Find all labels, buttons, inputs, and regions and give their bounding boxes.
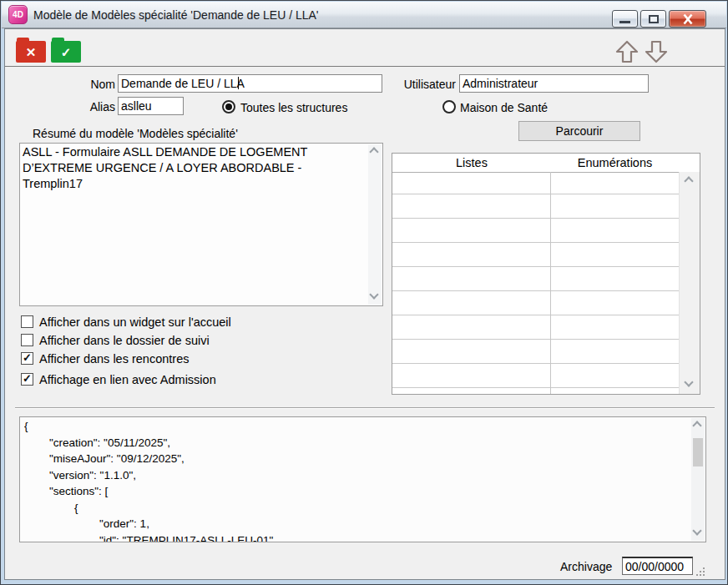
utilisateur-label: Utilisateur — [391, 78, 456, 91]
window-title: Modèle de Modèles spécialité 'Demande de… — [33, 8, 319, 22]
arrow-up-icon — [615, 39, 639, 64]
validate-button[interactable]: ✓ — [51, 38, 81, 63]
checkbox-widget-accueil[interactable] — [21, 315, 33, 328]
resume-textarea[interactable]: ASLL - Formulaire ASLL DEMANDE DE LOGEME… — [19, 143, 383, 306]
previous-button[interactable] — [615, 39, 639, 64]
table-row[interactable] — [392, 267, 679, 291]
table-body — [392, 172, 679, 394]
resize-grip-icon[interactable] — [696, 574, 698, 576]
scroll-down-icon[interactable] — [684, 377, 693, 386]
table-row[interactable] — [392, 219, 679, 243]
table-row[interactable] — [392, 315, 679, 340]
table-row[interactable] — [392, 340, 679, 364]
radio-toutes-les-structures-label: Toutes les structures — [240, 101, 347, 114]
table-row[interactable] — [392, 243, 679, 267]
listes-enumerations-table: Listes Enumérations — [392, 153, 700, 395]
cancel-glyph: ✕ — [26, 46, 37, 58]
next-button[interactable] — [645, 39, 668, 64]
resume-scrollbar[interactable] — [368, 144, 382, 305]
scroll-down-icon[interactable] — [692, 526, 701, 535]
arrow-down-icon — [645, 39, 668, 64]
toolbar-separator — [5, 66, 725, 67]
alias-label: Alias — [79, 100, 115, 113]
radio-maison-de-sante-label: Maison de Santé — [460, 101, 548, 114]
column-header-enumerations[interactable]: Enumérations — [551, 154, 679, 172]
close-button[interactable] — [669, 10, 706, 28]
checkbox-widget-accueil-label: Afficher dans un widget sur l'accueil — [39, 315, 231, 329]
table-row[interactable] — [392, 172, 679, 194]
resume-label: Résumé du modèle 'Modèles spécialité' — [33, 127, 238, 140]
table-row[interactable] — [392, 291, 679, 315]
scroll-down-icon[interactable] — [369, 290, 378, 299]
checkbox-admission[interactable] — [21, 373, 33, 386]
checkbox-rencontres[interactable] — [21, 352, 33, 365]
checkbox-dossier-suivi[interactable] — [21, 334, 33, 346]
table-header: Listes Enumérations — [392, 154, 679, 173]
resume-text: ASLL - Formulaire ASLL DEMANDE DE LOGEME… — [23, 144, 364, 192]
cancel-folder-body: ✕ — [16, 41, 46, 63]
dialog-window: 4D Modèle de Modèles spécialité 'Demande… — [0, 0, 728, 585]
minimize-icon — [619, 21, 630, 23]
nom-input[interactable] — [118, 74, 382, 93]
column-separator — [550, 172, 551, 394]
table-scrollbar[interactable] — [679, 172, 700, 394]
window-controls — [612, 10, 706, 28]
checkbox-rencontres-label: Afficher dans les rencontres — [39, 352, 189, 366]
text-caret — [238, 77, 239, 89]
json-scrollbar[interactable] — [691, 418, 705, 541]
nom-label: Nom — [79, 78, 115, 91]
table-row[interactable] — [392, 194, 679, 219]
scrollbar-thumb[interactable] — [693, 438, 703, 466]
alias-input[interactable] — [118, 97, 184, 115]
validate-glyph: ✓ — [61, 46, 72, 58]
maximize-icon — [649, 15, 659, 23]
utilisateur-input[interactable] — [459, 74, 649, 93]
archivage-label: Archivage — [560, 560, 612, 573]
scroll-up-icon[interactable] — [692, 421, 701, 430]
archivage-input[interactable] — [622, 557, 693, 575]
table-row[interactable] — [392, 364, 679, 388]
column-header-listes[interactable]: Listes — [392, 154, 551, 172]
minimize-button[interactable] — [612, 10, 638, 28]
app-4d-icon: 4D — [8, 5, 28, 24]
validate-folder-body: ✓ — [51, 41, 81, 63]
maximize-button[interactable] — [640, 10, 666, 28]
json-content: { "creation": "05/11/2025", "miseAJour":… — [24, 418, 687, 542]
scroll-up-icon[interactable] — [684, 176, 693, 185]
parcourir-button[interactable]: Parcourir — [518, 121, 640, 141]
close-icon — [681, 13, 695, 25]
checkbox-dossier-suivi-label: Afficher dans le dossier de suivi — [39, 334, 210, 347]
cancel-button[interactable]: ✕ — [16, 38, 46, 63]
json-panel[interactable]: { "creation": "05/11/2025", "miseAJour":… — [19, 416, 706, 542]
radio-toutes-les-structures[interactable] — [222, 100, 235, 113]
checkbox-admission-label: Affichage en lien avec Admission — [39, 373, 216, 386]
scroll-up-icon[interactable] — [369, 147, 378, 156]
radio-maison-de-sante[interactable] — [442, 100, 456, 113]
section-separator — [15, 407, 715, 409]
